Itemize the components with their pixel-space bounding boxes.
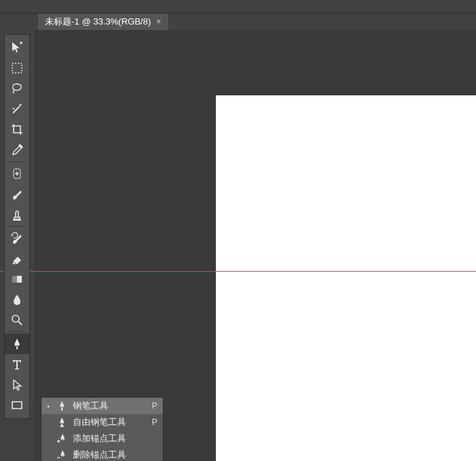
delete-anchor-icon <box>57 449 67 460</box>
document-tab-title: 未标题-1 @ 33.3%(RGB/8) <box>45 16 151 28</box>
document-canvas[interactable] <box>216 95 476 461</box>
menu-item-delete-anchor-tool[interactable]: 删除锚点工具 <box>42 447 163 461</box>
menu-label: 删除锚点工具 <box>73 449 152 461</box>
svg-rect-4 <box>12 276 17 283</box>
blur-tool[interactable] <box>5 289 29 310</box>
menu-item-add-anchor-tool[interactable]: 添加锚点工具 <box>42 430 163 447</box>
clone-stamp-tool[interactable] <box>5 204 29 225</box>
history-brush-tool[interactable] <box>5 228 29 249</box>
svg-point-5 <box>12 315 19 322</box>
menu-shortcut: P <box>152 401 157 411</box>
brush-tool[interactable] <box>5 184 29 204</box>
document-tab-bar: 未标题-1 @ 33.3%(RGB/8) × <box>0 14 476 30</box>
lasso-tool[interactable] <box>5 78 29 99</box>
menu-item-pen-tool[interactable]: ▪ 钢笔工具 P <box>42 398 163 414</box>
magic-wand-tool[interactable] <box>5 99 29 119</box>
menu-label: 添加锚点工具 <box>73 432 152 445</box>
menu-shortcut: P <box>152 417 157 427</box>
pen-tool-flyout-menu: ▪ 钢笔工具 P 自由钢笔工具 P 添加锚点工具 <box>41 397 163 461</box>
type-tool[interactable] <box>5 354 29 375</box>
menu-item-freeform-pen-tool[interactable]: 自由钢笔工具 P <box>42 414 163 430</box>
healing-brush-tool[interactable] <box>5 163 29 184</box>
toolbox-divider <box>7 332 27 332</box>
eyedropper-tool[interactable] <box>5 140 29 160</box>
toolbox-divider <box>7 161 27 162</box>
toolbox-divider <box>7 226 27 227</box>
dodge-tool[interactable] <box>5 310 29 330</box>
path-selection-tool[interactable] <box>5 375 29 395</box>
menu-label: 钢笔工具 <box>73 400 146 412</box>
menu-label: 自由钢笔工具 <box>73 416 146 428</box>
freeform-pen-icon <box>57 417 67 428</box>
eraser-tool[interactable] <box>5 249 29 269</box>
marquee-tool[interactable] <box>5 58 29 78</box>
workspace: ▪ 钢笔工具 P 自由钢笔工具 P 添加锚点工具 <box>0 30 476 461</box>
active-indicator: ▪ <box>46 402 51 410</box>
crop-tool[interactable] <box>5 119 29 140</box>
svg-rect-0 <box>12 63 22 73</box>
document-tab[interactable]: 未标题-1 @ 33.3%(RGB/8) × <box>38 14 168 30</box>
toolbox <box>4 34 30 419</box>
horizontal-guide[interactable] <box>0 271 476 272</box>
app-menu-strip <box>0 0 476 14</box>
gradient-tool[interactable] <box>5 269 29 289</box>
close-icon[interactable]: × <box>157 17 161 27</box>
svg-rect-2 <box>13 219 21 221</box>
add-anchor-icon <box>57 433 67 444</box>
rectangle-tool[interactable] <box>5 395 29 415</box>
pen-tool[interactable] <box>5 334 29 354</box>
pen-icon <box>57 400 67 411</box>
move-tool[interactable] <box>5 37 29 58</box>
svg-rect-6 <box>12 402 22 409</box>
